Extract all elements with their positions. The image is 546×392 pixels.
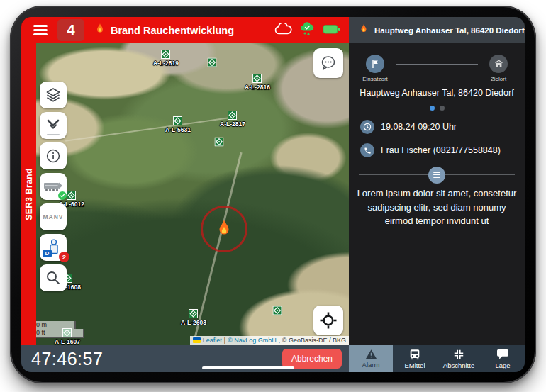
- fire-icon: [94, 23, 106, 38]
- incident-address-title: Hauptweg Anhauser Tal, 86420 Diedorf: [374, 26, 525, 35]
- hydrant-marker-icon: [174, 116, 183, 125]
- datetime-row: 19.08.24 09:20 Uhr: [360, 120, 525, 134]
- hydrant-marker-icon: [67, 191, 77, 200]
- status-icons: [274, 22, 340, 39]
- tactical-sign-letter: D: [43, 250, 52, 257]
- alarm-count-badge[interactable]: 4: [57, 19, 84, 41]
- marker-label: A-L-5631: [165, 126, 191, 133]
- phone-icon: [360, 143, 374, 157]
- hydrant-marker-icon: [189, 309, 199, 318]
- manv-button[interactable]: MANV: [40, 203, 67, 230]
- chat-button[interactable]: [313, 48, 343, 78]
- fire-incident-marker[interactable]: [201, 206, 247, 252]
- v-tool-caption: [47, 134, 60, 135]
- page-indicator: [349, 106, 525, 111]
- search-button[interactable]: [40, 264, 67, 291]
- map-marker[interactable]: A-L-5631: [165, 116, 191, 133]
- elapsed-timer: 47:46:57: [31, 349, 103, 369]
- ukraine-flag-icon: [193, 337, 201, 343]
- layers-icon: [45, 86, 62, 103]
- map-attribution: Leaflet | © NavLog GmbH , © GeoBasis-DE …: [190, 336, 349, 345]
- marker-label: A-L-2816: [245, 84, 270, 91]
- map-road: [65, 116, 234, 141]
- map-marker[interactable]: [208, 58, 217, 67]
- manv-label: MANV: [43, 213, 63, 220]
- leaflet-link[interactable]: Leaflet: [203, 337, 222, 344]
- tab-emittel[interactable]: EMittel: [393, 345, 437, 372]
- tablet-device-frame: 4 Brand Rauchentwicklung: [10, 6, 536, 383]
- map-marker[interactable]: A-L-2816: [245, 74, 270, 91]
- info-button[interactable]: [40, 142, 67, 169]
- hydrant-marker-icon: [208, 58, 217, 67]
- clock-icon: [360, 120, 374, 134]
- app-screen: 4 Brand Rauchentwicklung: [21, 17, 525, 372]
- cancel-button[interactable]: Abbrechen: [282, 349, 342, 369]
- hydrant-marker-icon: [162, 50, 171, 59]
- page-dot[interactable]: [440, 106, 445, 111]
- search-icon: [45, 270, 61, 286]
- map-canvas[interactable]: A-L-2603A-L-1607A-L-1608A-L-6012A-L-2817…: [36, 43, 349, 345]
- battery-icon: [323, 24, 340, 37]
- locate-button[interactable]: [313, 306, 343, 335]
- menu-icon[interactable]: [33, 25, 48, 35]
- route-start-label: Einsatzort: [362, 76, 388, 82]
- incident-datetime: 19.08.24 09:20 Uhr: [381, 122, 457, 132]
- info-icon: [45, 148, 61, 164]
- v-tool-button[interactable]: [40, 112, 67, 139]
- scale-metric: 100 m: [36, 321, 76, 329]
- tab-abschnitte[interactable]: Abschnitte: [437, 345, 481, 372]
- route-destination[interactable]: Zielort: [479, 55, 518, 82]
- chat-bubble-icon: [319, 55, 338, 72]
- panel-divider: [359, 174, 515, 175]
- warning-triangle-icon: [365, 349, 377, 359]
- route-line: [396, 64, 478, 65]
- marker-label: A-L-2817: [220, 121, 245, 128]
- geobasis-credit: , © GeoBasis-DE / BKG: [279, 337, 346, 344]
- tab-bar: Alarm EMittel Abschnitte Lage: [349, 345, 525, 372]
- alarm-header-bar: 4 Brand Rauchentwicklung: [21, 17, 349, 43]
- locate-crosshair-icon: [319, 311, 338, 330]
- marker-label: A-L-2603: [181, 319, 206, 326]
- alarm-title: Brand Rauchentwicklung: [94, 23, 234, 38]
- map-marker[interactable]: [215, 138, 224, 147]
- vehicles-button[interactable]: [40, 173, 67, 200]
- tactical-signs-button[interactable]: D 2: [40, 234, 67, 261]
- collapse-arrows-icon: [453, 349, 464, 360]
- hydrant-marker-icon: [253, 74, 262, 83]
- tab-lage[interactable]: Lage: [481, 345, 525, 372]
- cloud-sync-ok-icon: [299, 22, 316, 39]
- check-badge-icon: [58, 191, 67, 200]
- building-icon: [489, 55, 508, 73]
- navlog-link[interactable]: © NavLog GmbH: [228, 337, 277, 344]
- contact-row[interactable]: Frau Fischer (0821/77558848): [360, 143, 525, 157]
- page-dot-active[interactable]: [430, 106, 435, 111]
- map-marker[interactable]: A-L-2817: [220, 111, 245, 128]
- incident-panel: Einsatzort Zielort Hauptweg Anhauser Tal…: [349, 43, 525, 345]
- route-destination-label: Zielort: [491, 76, 506, 82]
- home-indicator[interactable]: [202, 366, 294, 369]
- notification-badge: 2: [59, 252, 69, 262]
- hydrant-marker-icon: [215, 138, 224, 147]
- fire-icon: [215, 218, 233, 240]
- bottom-bar: 47:46:57 Abbrechen Alarm EMittel Abschni…: [21, 345, 525, 372]
- map-marker[interactable]: [273, 306, 282, 315]
- map-marker[interactable]: A-L-2603: [181, 309, 206, 326]
- map-marker[interactable]: A-L-2819: [153, 50, 179, 67]
- drag-handle[interactable]: [428, 167, 445, 184]
- timer-bar: 47:46:57 Abbrechen: [21, 345, 349, 372]
- marker-label: A-L-2819: [153, 60, 179, 67]
- hydrant-marker-icon: [228, 111, 238, 120]
- flag-icon: [366, 55, 384, 73]
- map-scale: 100 m 300 ft: [36, 321, 84, 338]
- unit-strip-label: SER3 Brand: [24, 168, 34, 220]
- layers-button[interactable]: [40, 82, 67, 108]
- route-start[interactable]: Einsatzort: [356, 55, 394, 82]
- main-area: SER3 Brand A-L-2603A-L-1607A-L-1608A-L-6…: [21, 43, 525, 345]
- tab-alarm[interactable]: Alarm: [349, 345, 393, 372]
- vehicle-icon: [408, 349, 421, 360]
- fire-icon: [359, 23, 369, 38]
- incident-note: Lorem ipsum dolor sit amet, consetetur s…: [349, 186, 525, 228]
- incident-contact: Frau Fischer (0821/77558848): [381, 145, 501, 155]
- cloud-icon: [274, 23, 293, 38]
- fire-truck-icon: [43, 181, 63, 193]
